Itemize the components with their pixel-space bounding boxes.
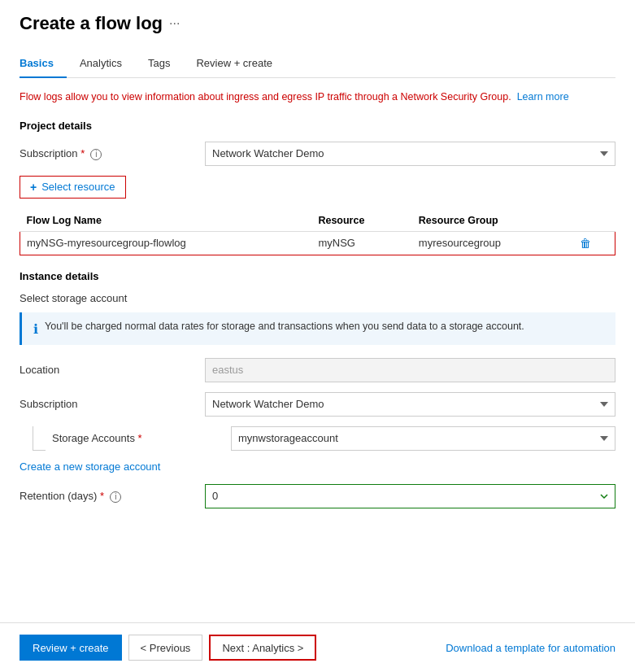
instance-subscription-row: Subscription Network Watcher Demo — [20, 392, 615, 417]
cell-flow-log-name: myNSG-myresourcegroup-flowlog — [20, 231, 312, 255]
select-storage-label: Select storage account — [20, 292, 615, 304]
cell-resource: myNSG — [311, 231, 411, 255]
col-flow-log-name: Flow Log Name — [20, 210, 312, 232]
retention-info-icon[interactable]: i — [110, 491, 121, 503]
instance-subscription-label: Subscription — [20, 398, 198, 410]
learn-more-link[interactable]: Learn more — [517, 91, 569, 103]
resource-table: Flow Log Name Resource Resource Group my… — [20, 210, 615, 255]
subscription-info-icon[interactable]: i — [90, 149, 102, 160]
subscription-row: Subscription * i Network Watcher Demo — [20, 142, 615, 166]
ellipsis-menu-icon[interactable]: ··· — [169, 16, 180, 31]
delete-icon[interactable]: 🗑 — [580, 237, 591, 250]
info-banner: Flow logs allow you to view information … — [20, 89, 615, 105]
storage-accounts-label: Storage Accounts * — [52, 432, 231, 444]
instance-details-section: Instance details Select storage account … — [20, 270, 615, 508]
tab-basics[interactable]: Basics — [20, 50, 67, 77]
retention-label: Retention (days) * i — [20, 490, 198, 503]
retention-select[interactable]: 0 — [205, 484, 615, 508]
subscription-select[interactable]: Network Watcher Demo — [205, 142, 615, 166]
tab-tags[interactable]: Tags — [135, 50, 183, 77]
next-analytics-button[interactable]: Next : Analytics > — [209, 635, 316, 661]
col-resource-group: Resource Group — [412, 210, 573, 232]
info-box-icon: ℹ — [33, 321, 38, 337]
instance-details-heading: Instance details — [20, 270, 615, 282]
page-title: Create a flow log — [20, 13, 163, 34]
tab-bar: Basics Analytics Tags Review + create — [20, 50, 615, 78]
cell-resource-group: myresourcegroup — [412, 231, 573, 255]
instance-subscription-select[interactable]: Network Watcher Demo — [205, 392, 615, 417]
storage-info-box: ℹ You'll be charged normal data rates fo… — [20, 312, 615, 345]
tab-analytics[interactable]: Analytics — [67, 50, 135, 77]
plus-icon: + — [30, 181, 37, 194]
location-label: Location — [20, 364, 198, 376]
location-row: Location — [20, 358, 615, 382]
select-resource-label: Select resource — [41, 181, 115, 193]
subscription-label: Subscription * i — [20, 147, 198, 160]
review-create-button[interactable]: Review + create — [20, 635, 122, 661]
info-box-text: You'll be charged normal data rates for … — [45, 321, 524, 332]
download-template-link[interactable]: Download a template for automation — [446, 642, 615, 654]
create-storage-link[interactable]: Create a new storage account — [20, 460, 160, 473]
retention-row: Retention (days) * i 0 — [20, 484, 615, 508]
storage-accounts-row: Storage Accounts * mynwstorageaccount — [20, 426, 615, 451]
tab-review-create[interactable]: Review + create — [183, 50, 285, 77]
location-input — [205, 358, 615, 382]
footer: Review + create < Previous Next : Analyt… — [0, 622, 635, 672]
indent-decoration — [33, 426, 46, 451]
storage-accounts-select[interactable]: mynwstorageaccount — [231, 426, 615, 451]
project-details-heading: Project details — [20, 120, 615, 132]
select-resource-button[interactable]: + Select resource — [20, 176, 126, 199]
col-resource: Resource — [311, 210, 411, 232]
previous-button[interactable]: < Previous — [128, 635, 203, 661]
cell-delete[interactable]: 🗑 — [573, 231, 615, 255]
col-actions — [573, 210, 615, 232]
table-row: myNSG-myresourcegroup-flowlog myNSG myre… — [20, 231, 615, 255]
